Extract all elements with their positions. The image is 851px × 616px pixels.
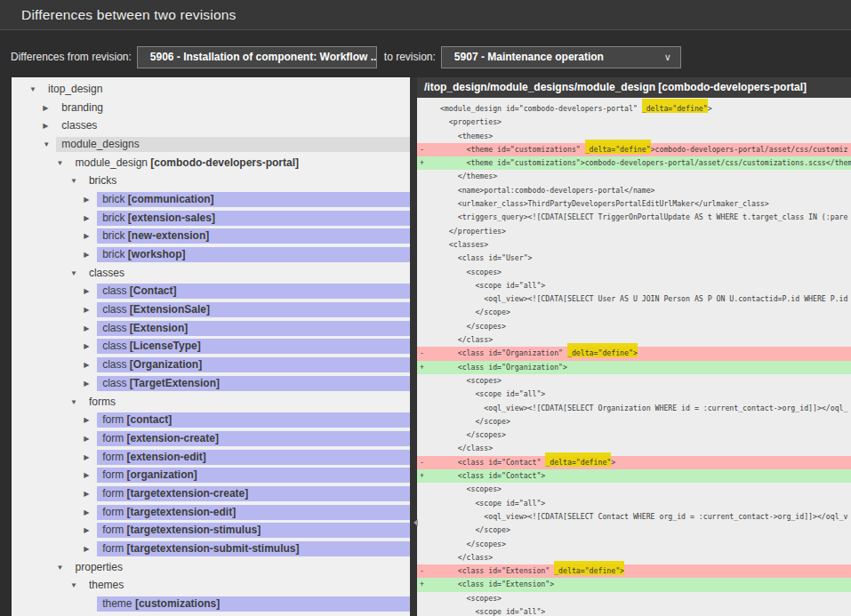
tree-item-form-targetextension-submit-stimulus[interactable]: ▶form [targetextension-submit-stimulus] — [12, 540, 410, 558]
from-revision-select[interactable]: 5906 - Installation of component: Workfl… — [137, 46, 377, 68]
expand-arrow-icon[interactable]: ▶ — [43, 104, 56, 112]
diff-line-added: + <class id="Extension"> — [417, 578, 851, 591]
tree-item-brick-extension-sales[interactable]: ▶brick [extension-sales] — [12, 209, 410, 228]
tree-item-label: bricks — [84, 173, 410, 188]
expand-arrow-icon[interactable]: ▶ — [84, 214, 97, 222]
tree-item-form-targetextension-edit[interactable]: ▶form [targetextension-edit] — [12, 503, 410, 522]
removed-sign: - — [420, 143, 424, 156]
expand-arrow-icon[interactable]: ▶ — [84, 342, 97, 350]
diff-line-text: <class id="Extension"> — [440, 580, 554, 588]
tree-item-label: brick [communication] — [97, 192, 410, 207]
tree-item-module-design-combodo-developers-portal[interactable]: ▼module_design [combodo-developers-porta… — [12, 154, 410, 172]
tree-item-class-organization[interactable]: ▶class [Organization] — [12, 356, 410, 374]
expand-arrow-icon[interactable]: ▶ — [84, 361, 97, 369]
collapse-arrow-icon[interactable]: ▼ — [57, 564, 70, 572]
collapse-arrow-icon[interactable]: ▼ — [70, 269, 84, 277]
diff-line-text: <scope id="all"> — [440, 499, 545, 508]
tree-item-form-organization[interactable]: ▶form [organization] — [12, 466, 410, 484]
diff-line-text: <theme id="customizations" _delta="defin… — [440, 145, 847, 154]
diff-path-header: /itop_design/module_designs/module_desig… — [417, 77, 851, 98]
tree-item-bricks[interactable]: ▼bricks — [12, 172, 410, 190]
tree-item-form-targetextension-stimulus[interactable]: ▶form [targetextension-stimulus] — [12, 522, 410, 540]
from-revision-label: Differences from revision: — [11, 51, 132, 63]
diff-line-text: <scope id="all"> — [440, 389, 545, 398]
expand-arrow-icon[interactable]: ▶ — [84, 380, 97, 388]
tree-item-form-contact[interactable]: ▶form [contact] — [12, 411, 410, 429]
expand-arrow-icon[interactable]: ▶ — [84, 287, 97, 295]
diff-line-text: <class id="Contact"> — [440, 471, 545, 480]
expand-arrow-icon[interactable]: ▶ — [84, 324, 97, 332]
collapse-arrow-icon[interactable]: ▼ — [57, 159, 70, 167]
diff-line-text: <scope id="all"> — [440, 281, 545, 290]
tree-item-form-extension-create[interactable]: ▶form [extension-create] — [12, 429, 410, 448]
tree-item-label: class [Extension] — [97, 321, 410, 336]
diff-line-added: + <theme id="customizations">combodo-dev… — [417, 156, 851, 170]
diff-line-text: <scopes> — [440, 376, 502, 385]
tree-item-label: brick [new-extension] — [97, 228, 410, 244]
tree-item-brick-workshop[interactable]: ▶brick [workshop] — [12, 245, 410, 264]
to-revision-value: 5907 - Maintenance operation — [454, 51, 604, 63]
expand-arrow-icon[interactable]: ▶ — [84, 416, 97, 424]
delta-marker-highlight: _delta="define" — [642, 104, 708, 113]
diff-line: </class> — [417, 442, 851, 455]
tree-item-class-contact[interactable]: ▶class [Contact] — [12, 283, 410, 301]
diff-line-text: </class> — [440, 335, 493, 344]
added-sign: + — [420, 361, 424, 374]
tree-item-branding[interactable]: ▶branding — [12, 99, 410, 117]
collapse-arrow-icon[interactable]: ▼ — [29, 85, 43, 93]
expand-arrow-icon[interactable]: ▶ — [84, 196, 97, 204]
expand-arrow-icon[interactable]: ▶ — [84, 251, 97, 259]
tree-item-class-targetextension[interactable]: ▶class [TargetExtension] — [12, 374, 410, 393]
tree-item-form-extension-edit[interactable]: ▶form [extension-edit] — [12, 448, 410, 467]
tree-item-label: themes — [84, 578, 410, 593]
expand-arrow-icon[interactable]: ▶ — [43, 122, 56, 130]
to-revision-select[interactable]: 5907 - Maintenance operation ∨ — [441, 46, 681, 68]
tree-item-itop-design[interactable]: ▼itop_design — [12, 80, 410, 99]
tree-item-classes[interactable]: ▶classes — [12, 116, 410, 135]
expand-arrow-icon[interactable]: ▶ — [84, 508, 97, 516]
tree-item-class-extension[interactable]: ▶class [Extension] — [12, 319, 410, 338]
diff-line: <scope id="all"> — [417, 605, 851, 616]
tree-item-class-extensionsale[interactable]: ▶class [ExtensionSale] — [12, 300, 410, 319]
diff-line-text: </class> — [440, 444, 493, 452]
expand-arrow-icon[interactable]: ▶ — [84, 526, 97, 534]
tree-item-module-designs[interactable]: ▼module_designs — [12, 135, 410, 154]
tree-item-forms[interactable]: ▼forms — [12, 393, 410, 412]
diff-line-text: <class id="Contact" _delta="define"> — [440, 458, 615, 467]
expand-arrow-icon[interactable]: ▶ — [84, 435, 97, 443]
panel-splitter[interactable] — [410, 77, 417, 616]
diff-line: </scopes> — [417, 538, 851, 551]
diff-line: <oql_view><![CDATA[SELECT Organization W… — [417, 402, 851, 415]
diff-line-text: <oql_view><![CDATA[SELECT Contact WHERE … — [440, 512, 847, 521]
expand-arrow-icon[interactable]: ▶ — [84, 490, 97, 498]
delta-marker-highlight: _delta="define" — [585, 145, 651, 154]
diff-line: <class id="User"> — [417, 252, 851, 265]
diff-line: <classes> — [417, 238, 851, 252]
main-area: ▼itop_design▶branding▶classes▼module_des… — [0, 77, 851, 616]
expand-arrow-icon[interactable]: ▶ — [84, 232, 97, 240]
added-sign: + — [420, 469, 424, 483]
tree-item-properties[interactable]: ▼properties — [12, 558, 410, 577]
page-title: Differences between two revisions — [0, 0, 851, 30]
expand-arrow-icon[interactable]: ▶ — [84, 306, 97, 314]
added-sign: + — [420, 578, 424, 591]
collapse-arrow-icon[interactable]: ▼ — [70, 398, 84, 406]
diff-line-text: </scope> — [440, 308, 510, 316]
tree-item-form-targetextension-create[interactable]: ▶form [targetextension-create] — [12, 484, 410, 503]
tree-item-label: form [targetextension-create] — [97, 486, 410, 501]
tree-item-themes[interactable]: ▼themes — [12, 577, 410, 596]
expand-arrow-icon[interactable]: ▶ — [84, 453, 97, 461]
tree-item-classes[interactable]: ▼classes — [12, 264, 410, 283]
removed-sign: - — [420, 347, 424, 360]
diff-line: <scope id="all"> — [417, 279, 851, 292]
expand-arrow-icon[interactable]: ▶ — [84, 471, 97, 479]
tree-item-brick-new-extension[interactable]: ▶brick [new-extension] — [12, 228, 410, 246]
expand-arrow-icon[interactable]: ▶ — [84, 545, 97, 553]
collapse-arrow-icon[interactable]: ▼ — [70, 177, 84, 185]
tree-item-class-licensetype[interactable]: ▶class [LicenseType] — [12, 338, 410, 356]
collapse-arrow-icon[interactable]: ▼ — [70, 581, 84, 589]
tree-item-theme-customizations[interactable]: theme [customizations] — [12, 595, 410, 613]
collapse-arrow-icon[interactable]: ▼ — [43, 140, 56, 148]
tree-item-brick-communication[interactable]: ▶brick [communication] — [12, 190, 410, 209]
diff-line-text: </properties> — [440, 227, 506, 236]
